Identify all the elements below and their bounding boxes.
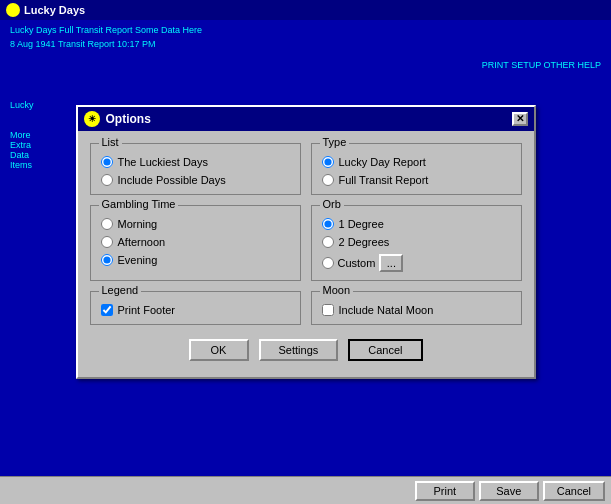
radio-possible-label: Include Possible Days bbox=[118, 174, 226, 186]
dialog-icon: ☀ bbox=[84, 111, 100, 127]
options-dialog: ☀ Options ✕ List The Luckiest Days bbox=[76, 105, 536, 379]
radio-2-degrees[interactable]: 2 Degrees bbox=[322, 236, 511, 248]
radio-luckiest-days[interactable]: The Luckiest Days bbox=[101, 156, 290, 168]
radio-morning-input[interactable] bbox=[101, 218, 113, 230]
radio-lucky-day-report[interactable]: Lucky Day Report bbox=[322, 156, 511, 168]
dialog-row-2: Gambling Time Morning Afternoon Evening bbox=[90, 205, 522, 281]
cancel-button[interactable]: Cancel bbox=[348, 339, 422, 361]
radio-evening[interactable]: Evening bbox=[101, 254, 290, 266]
radio-full-transit[interactable]: Full Transit Report bbox=[322, 174, 511, 186]
radio-morning-label: Morning bbox=[118, 218, 158, 230]
gambling-time-group: Gambling Time Morning Afternoon Evening bbox=[90, 205, 301, 281]
natal-moon-label: Include Natal Moon bbox=[339, 304, 434, 316]
ok-button[interactable]: OK bbox=[189, 339, 249, 361]
radio-custom-input[interactable] bbox=[322, 257, 334, 269]
radio-1deg-input[interactable] bbox=[322, 218, 334, 230]
radio-possible-days[interactable]: Include Possible Days bbox=[101, 174, 290, 186]
type-group: Type Lucky Day Report Full Transit Repor… bbox=[311, 143, 522, 195]
checkbox-print-footer[interactable]: Print Footer bbox=[101, 304, 290, 316]
natal-moon-checkbox[interactable] bbox=[322, 304, 334, 316]
list-group-label: List bbox=[99, 136, 122, 148]
radio-evening-input[interactable] bbox=[101, 254, 113, 266]
orb-group: Orb 1 Degree 2 Degrees Custom ... bbox=[311, 205, 522, 281]
radio-lucky-day-input[interactable] bbox=[322, 156, 334, 168]
legend-group-label: Legend bbox=[99, 284, 142, 296]
checkbox-natal-moon[interactable]: Include Natal Moon bbox=[322, 304, 511, 316]
radio-full-transit-input[interactable] bbox=[322, 174, 334, 186]
radio-luckiest-input[interactable] bbox=[101, 156, 113, 168]
taskbar: Print Save Cancel bbox=[0, 476, 611, 504]
legend-group: Legend Print Footer bbox=[90, 291, 301, 325]
dialog-title: Options bbox=[106, 112, 151, 126]
moon-group: Moon Include Natal Moon bbox=[311, 291, 522, 325]
radio-afternoon[interactable]: Afternoon bbox=[101, 236, 290, 248]
radio-lucky-day-label: Lucky Day Report bbox=[339, 156, 426, 168]
gambling-group-label: Gambling Time bbox=[99, 198, 179, 210]
radio-morning[interactable]: Morning bbox=[101, 218, 290, 230]
settings-button[interactable]: Settings bbox=[259, 339, 339, 361]
radio-1deg-label: 1 Degree bbox=[339, 218, 384, 230]
orb-custom-button[interactable]: ... bbox=[379, 254, 403, 272]
type-group-label: Type bbox=[320, 136, 350, 148]
orb-group-label: Orb bbox=[320, 198, 344, 210]
radio-custom-label: Custom bbox=[338, 257, 376, 269]
taskbar-print-button[interactable]: Print bbox=[415, 481, 475, 501]
taskbar-save-button[interactable]: Save bbox=[479, 481, 539, 501]
dialog-close-button[interactable]: ✕ bbox=[512, 112, 528, 126]
radio-possible-input[interactable] bbox=[101, 174, 113, 186]
radio-evening-label: Evening bbox=[118, 254, 158, 266]
radio-custom[interactable]: Custom ... bbox=[322, 254, 511, 272]
dialog-body: List The Luckiest Days Include Possible … bbox=[78, 131, 534, 377]
print-footer-checkbox[interactable] bbox=[101, 304, 113, 316]
radio-1-degree[interactable]: 1 Degree bbox=[322, 218, 511, 230]
radio-full-transit-label: Full Transit Report bbox=[339, 174, 429, 186]
radio-afternoon-input[interactable] bbox=[101, 236, 113, 248]
modal-overlay: ☀ Options ✕ List The Luckiest Days bbox=[0, 0, 611, 504]
radio-luckiest-label: The Luckiest Days bbox=[118, 156, 208, 168]
print-footer-label: Print Footer bbox=[118, 304, 175, 316]
radio-2deg-label: 2 Degrees bbox=[339, 236, 390, 248]
dialog-row-1: List The Luckiest Days Include Possible … bbox=[90, 143, 522, 195]
dialog-titlebar: ☀ Options ✕ bbox=[78, 107, 534, 131]
taskbar-cancel-button[interactable]: Cancel bbox=[543, 481, 605, 501]
moon-group-label: Moon bbox=[320, 284, 354, 296]
radio-afternoon-label: Afternoon bbox=[118, 236, 166, 248]
list-group: List The Luckiest Days Include Possible … bbox=[90, 143, 301, 195]
radio-2deg-input[interactable] bbox=[322, 236, 334, 248]
dialog-row-3: Legend Print Footer Moon Include Natal M… bbox=[90, 291, 522, 325]
dialog-buttons: OK Settings Cancel bbox=[90, 335, 522, 365]
dialog-title-left: ☀ Options bbox=[84, 111, 151, 127]
